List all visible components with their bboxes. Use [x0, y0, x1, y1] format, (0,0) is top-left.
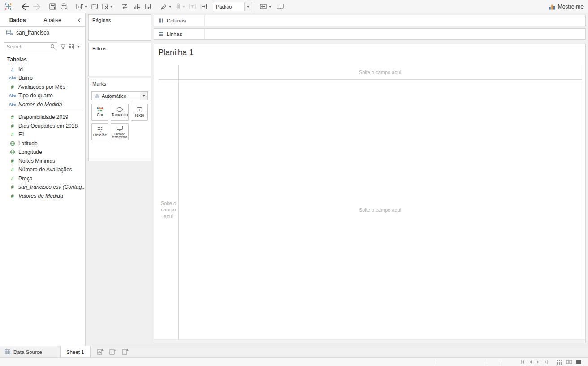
sort-descending-button[interactable] [144, 3, 152, 10]
field-item-nomes-de-medida[interactable]: Abc Nomes de Medida [0, 100, 85, 109]
view-options-caret[interactable] [77, 46, 80, 48]
fit-icon [259, 3, 268, 10]
pages-card[interactable]: Páginas [88, 14, 151, 41]
right-edge-divider [582, 65, 582, 340]
data-source-tab[interactable]: Data Source [0, 346, 47, 357]
field-item-f1[interactable]: # F1 [0, 131, 85, 139]
collapse-pane-button[interactable] [74, 13, 85, 26]
previous-sheet-icon [528, 360, 532, 364]
format-dropdown-caret[interactable] [244, 2, 252, 11]
detail-button-label: Detalhe [93, 133, 107, 137]
rows-shelf-header: Linhas [154, 29, 205, 39]
filters-card[interactable]: Filtros [88, 43, 151, 76]
field-item-valores-de-medida[interactable]: # Valores de Medida [0, 192, 85, 200]
field-item-latitude[interactable]: Latitude [0, 139, 85, 148]
filmstrip-view-button[interactable] [564, 359, 574, 365]
duplicate-button[interactable] [91, 3, 99, 10]
new-worksheet-caret[interactable] [85, 6, 87, 8]
group-members-button[interactable] [174, 3, 185, 10]
field-item-id[interactable]: # Id [0, 65, 85, 74]
fix-axes-button[interactable] [200, 3, 208, 10]
data-source-icon [6, 30, 13, 36]
data-pane: Dados Análise san_francisco [0, 13, 86, 346]
field-item-noites-minimas[interactable]: # Noites Minimas [0, 157, 85, 166]
redo-button[interactable] [32, 2, 43, 11]
previous-sheet-button[interactable] [527, 360, 534, 364]
first-sheet-button[interactable] [518, 360, 527, 364]
field-label: Disponibilidade 2019 [18, 114, 68, 120]
mark-type-caret[interactable] [140, 92, 147, 100]
new-worksheet-button[interactable] [76, 3, 87, 10]
field-item-dias-ocupados-2018[interactable]: # Dias Ocupados em 2018 [0, 122, 85, 131]
columns-shelf-well[interactable] [205, 15, 585, 26]
number-icon: # [6, 132, 18, 137]
show-me-icon [549, 3, 556, 10]
new-worksheet-tab-button[interactable] [94, 346, 107, 357]
color-button[interactable]: Cor [91, 104, 108, 121]
field-item-longitude[interactable]: Longitude [0, 148, 85, 157]
sort-ascending-icon [133, 3, 141, 10]
group-members-caret[interactable] [182, 6, 185, 8]
status-divider [500, 359, 500, 365]
drop-zone-view[interactable]: Solte o campo aqui [178, 79, 582, 340]
field-label: Bairro [18, 75, 33, 81]
columns-shelf-header: Colunas [154, 15, 205, 26]
new-dashboard-button[interactable] [107, 346, 119, 357]
show-me-button[interactable]: Mostre-me [549, 3, 584, 10]
search-input[interactable] [4, 42, 57, 51]
sheet-tab-1[interactable]: Sheet 1 [60, 346, 91, 357]
drop-zone-columns[interactable]: Solte o campo aqui [178, 65, 582, 79]
drop-zone-rows[interactable]: Solte o campo aqui [159, 79, 178, 340]
color-button-label: Cor [97, 113, 104, 117]
tab-analytics[interactable]: Análise [35, 13, 70, 26]
save-icon [49, 3, 56, 10]
worksheet-canvas[interactable]: Planilha 1 Solte o campo aqui Solte o ca… [154, 44, 586, 343]
field-item-avaliacoes-por-mes[interactable]: # Avaliações por Mês [0, 83, 85, 92]
field-item-numero-de-avaliacoes[interactable]: # Número de Avaliações [0, 166, 85, 174]
new-data-source-button[interactable] [60, 3, 68, 10]
main-toolbar: Padrão Mostre-me [0, 0, 588, 13]
field-item-disponibilidade-2019[interactable]: # Disponibilidade 2019 [0, 113, 85, 122]
rows-shelf-well[interactable] [205, 29, 585, 39]
highlight-caret[interactable] [169, 6, 172, 8]
filter-fields-icon[interactable] [60, 44, 66, 50]
highlight-button[interactable] [160, 3, 172, 10]
fit-button[interactable] [259, 3, 272, 10]
sort-ascending-button[interactable] [133, 3, 141, 10]
next-sheet-button[interactable] [534, 360, 542, 364]
detail-button[interactable]: Detalhe [91, 123, 108, 140]
text-icon: Abc [6, 93, 18, 98]
data-source-connection[interactable]: san_francisco [0, 27, 85, 39]
field-item-tipo-de-quarto[interactable]: Abc Tipo de quarto [0, 92, 85, 100]
clear-sheet-button[interactable] [101, 3, 113, 10]
presentation-mode-button[interactable] [276, 3, 284, 10]
tooltip-button[interactable]: Dica de ferramenta [111, 123, 128, 140]
field-item-count[interactable]: # san_francisco.csv (Contag... [0, 183, 85, 192]
view-options-icon[interactable] [69, 44, 74, 50]
format-dropdown[interactable]: Padrão [213, 2, 252, 11]
sheet-sorter-button[interactable] [555, 359, 564, 365]
show-mark-labels-button[interactable] [189, 3, 196, 10]
label-icon [136, 107, 143, 113]
clear-sheet-caret[interactable] [110, 6, 113, 8]
text-icon: Abc [6, 102, 18, 107]
rows-shelf[interactable]: Linhas [154, 28, 586, 40]
size-button[interactable]: Tamanho [111, 104, 128, 121]
last-sheet-button[interactable] [542, 360, 550, 364]
columns-shelf[interactable]: Colunas [154, 15, 586, 26]
save-button[interactable] [49, 3, 56, 10]
field-item-bairro[interactable]: Abc Bairro [0, 74, 85, 83]
swap-axes-button[interactable] [121, 3, 129, 10]
mark-type-dropdown[interactable]: Automático [91, 91, 148, 100]
horizontal-scrollbar[interactable] [154, 339, 585, 343]
new-story-button[interactable] [119, 346, 132, 357]
tab-data[interactable]: Dados [0, 13, 35, 26]
first-sheet-icon [520, 360, 525, 364]
field-item-preco[interactable]: # Preço [0, 174, 85, 183]
text-button[interactable]: Texto [131, 104, 148, 121]
undo-button[interactable] [19, 2, 30, 11]
field-label: F1 [18, 131, 25, 138]
fit-caret[interactable] [269, 6, 272, 8]
mark-type-icon [94, 93, 100, 99]
show-tabs-button[interactable] [574, 359, 584, 365]
